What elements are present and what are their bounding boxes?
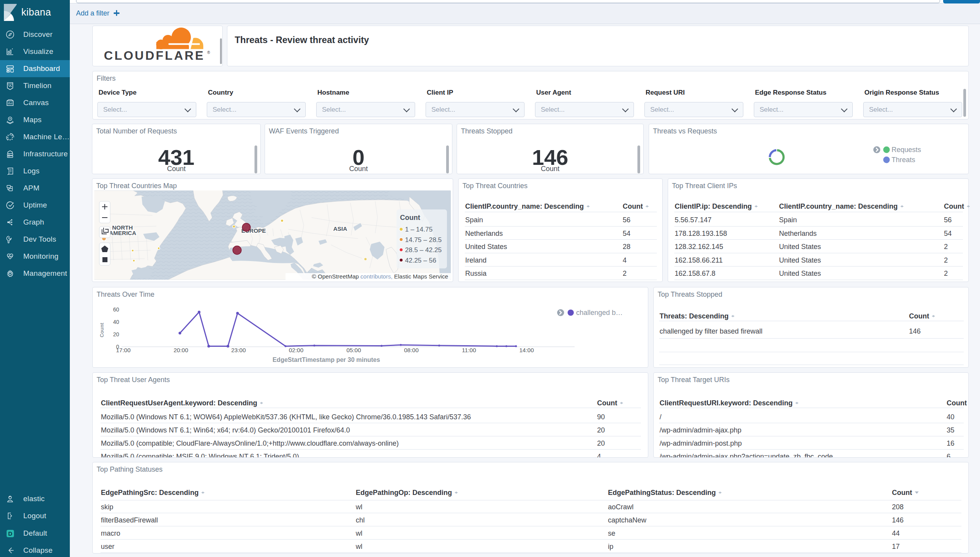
svg-text:11:00: 11:00 [462,347,476,353]
svg-text:20:00: 20:00 [174,347,189,353]
svg-text:© OpenStreetMap contributors,: © OpenStreetMap contributors, Elastic Ma… [312,273,448,280]
svg-text:23:00: 23:00 [231,347,246,353]
svg-text:Count: Count [99,323,105,337]
svg-text:D: D [8,530,12,537]
svg-text:28.5 – 42.25: 28.5 – 42.25 [405,246,442,254]
svg-text:20: 20 [113,331,119,337]
svg-text:14.75 – 28.5: 14.75 – 28.5 [405,236,442,244]
svg-text:05:00: 05:00 [346,347,361,353]
svg-text:challenged b…: challenged b… [576,309,623,317]
svg-text:14:00: 14:00 [519,347,534,353]
svg-text:EdgeStartTimestamp per 30 minu: EdgeStartTimestamp per 30 minutes [272,356,380,363]
svg-text:Count: Count [400,214,420,221]
svg-text:1 – 14.75: 1 – 14.75 [405,226,433,233]
svg-text:CLOUDFLARE: CLOUDFLARE [104,48,205,62]
svg-text:40: 40 [113,319,119,325]
svg-text:17:00: 17:00 [116,347,131,353]
svg-text:42.25 – 56: 42.25 – 56 [405,257,436,264]
svg-text:AMERICA: AMERICA [109,230,136,236]
svg-text:®: ® [207,50,210,55]
svg-text:08:00: 08:00 [404,347,419,353]
svg-text:02:00: 02:00 [289,347,304,353]
svg-text:ASIA: ASIA [333,225,347,232]
svg-text:60: 60 [113,306,119,313]
